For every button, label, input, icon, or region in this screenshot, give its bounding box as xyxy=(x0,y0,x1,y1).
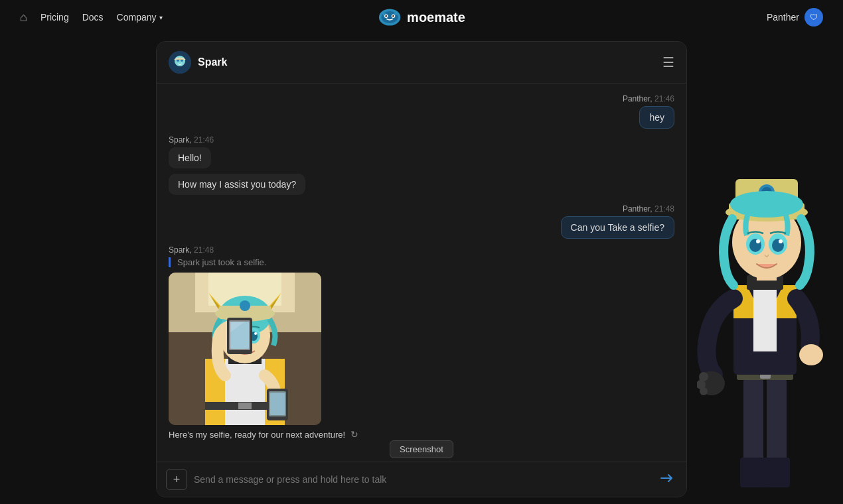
nav-pricing-link[interactable]: Pricing xyxy=(40,12,69,23)
selfie-action-label: Spark just took a selfie. xyxy=(169,257,266,267)
svg-rect-38 xyxy=(270,393,285,415)
chat-header: Spark ☰ xyxy=(157,42,686,84)
svg-point-32 xyxy=(254,332,257,335)
navbar: ⌂ Pricing Docs Company ▾ moemate Panther… xyxy=(0,0,843,34)
svg-rect-18 xyxy=(225,359,265,425)
message-group-user-1: Panther, 21:46 hey xyxy=(169,94,674,129)
svg-rect-20 xyxy=(238,403,252,409)
msg-sender-name-bot-1: Spark, xyxy=(169,135,192,145)
svg-rect-41 xyxy=(740,458,767,487)
svg-point-65 xyxy=(756,239,760,243)
nav-company-label: Company xyxy=(117,12,157,23)
msg-sender-bot-1: Spark, 21:46 xyxy=(169,135,214,145)
msg-sender-name-1: Panther, xyxy=(623,94,652,103)
home-icon[interactable]: ⌂ xyxy=(20,11,27,25)
msg-time-bot-2: 21:48 xyxy=(194,245,214,255)
svg-point-51 xyxy=(700,387,708,395)
svg-point-4 xyxy=(385,15,387,17)
svg-rect-40 xyxy=(767,378,787,471)
message-group-user-2: Panther, 21:48 Can you Take a selfie? xyxy=(169,204,674,239)
logo-text: moemate xyxy=(407,10,465,25)
msg-bubble-bot-1a: Hello! xyxy=(169,147,211,168)
nav-logo[interactable]: moemate xyxy=(378,5,465,29)
character-illustration xyxy=(697,80,830,504)
chat-container: Spark ☰ Panther, 21:46 hey Spark, 21:46 … xyxy=(156,41,687,497)
chat-input-bar: + xyxy=(157,462,686,497)
msg-sender-1: Panther, 21:46 xyxy=(623,94,674,103)
msg-bubble-user-2: Can you Take a selfie? xyxy=(561,216,674,239)
character-svg xyxy=(697,80,830,491)
msg-sender-2: Panther, 21:48 xyxy=(623,204,674,214)
screenshot-button[interactable]: Screenshot xyxy=(390,440,453,458)
selfie-caption-text: Here's my selfie, ready for our next adv… xyxy=(169,430,345,440)
selfie-caption: Here's my selfie, ready for our next adv… xyxy=(169,429,358,440)
send-icon xyxy=(660,472,673,488)
msg-sender-name-2: Panther, xyxy=(623,204,652,214)
chevron-down-icon: ▾ xyxy=(159,14,163,21)
message-input[interactable] xyxy=(194,474,649,485)
svg-rect-46 xyxy=(753,285,777,351)
message-group-bot-2: Spark, 21:48 Spark just took a selfie. xyxy=(169,245,674,440)
nav-docs-link[interactable]: Docs xyxy=(82,12,104,23)
msg-sender-name-bot-2: Spark, xyxy=(169,245,192,255)
character-avatar xyxy=(169,51,191,74)
msg-time-1: 21:46 xyxy=(654,94,674,103)
msg-bubble-bot-1b: How may I assist you today? xyxy=(169,174,305,195)
refresh-icon[interactable]: ↻ xyxy=(350,429,358,440)
add-attachment-button[interactable]: + xyxy=(166,469,187,490)
svg-point-60 xyxy=(730,191,803,218)
nav-left: ⌂ Pricing Docs Company ▾ xyxy=(20,11,163,25)
user-badge[interactable]: 🛡 xyxy=(805,8,823,27)
msg-bubble-user-1: hey xyxy=(639,106,674,129)
user-name-label: Panther xyxy=(767,12,799,23)
logo-icon xyxy=(378,5,402,29)
selfie-action-text: Spark just took a selfie. xyxy=(177,257,266,267)
svg-point-49 xyxy=(699,372,708,381)
main-layout: Spark ☰ Panther, 21:46 hey Spark, 21:46 … xyxy=(0,34,843,504)
plus-icon: + xyxy=(173,473,181,487)
selfie-image[interactable] xyxy=(169,273,321,425)
nav-company-dropdown[interactable]: Company ▾ xyxy=(117,12,163,23)
shield-icon: 🛡 xyxy=(810,13,818,22)
svg-point-5 xyxy=(392,15,394,17)
send-button[interactable] xyxy=(656,469,677,490)
msg-sender-bot-2: Spark, 21:48 xyxy=(169,245,214,255)
msg-time-bot-1: 21:46 xyxy=(194,135,214,145)
svg-point-52 xyxy=(799,344,823,365)
chat-messages-area: Panther, 21:46 hey Spark, 21:46 Hello! H… xyxy=(157,84,686,462)
svg-point-26 xyxy=(240,300,250,311)
message-group-bot-1: Spark, 21:46 Hello! How may I assist you… xyxy=(169,135,674,198)
svg-rect-42 xyxy=(763,458,790,487)
nav-right: Panther 🛡 xyxy=(767,8,823,27)
svg-point-66 xyxy=(779,239,783,243)
msg-time-2: 21:48 xyxy=(654,204,674,214)
chat-character-name: Spark xyxy=(198,56,227,68)
svg-rect-39 xyxy=(743,378,763,471)
selfie-svg xyxy=(169,273,321,425)
chat-menu-icon[interactable]: ☰ xyxy=(662,54,674,70)
